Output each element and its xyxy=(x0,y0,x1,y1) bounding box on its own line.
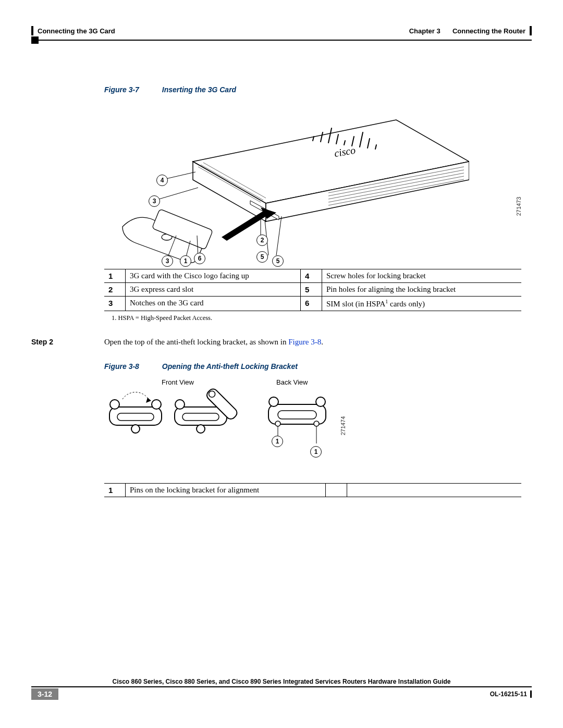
back-view-label: Back View xyxy=(276,378,308,386)
step-label: Step 2 xyxy=(31,338,104,347)
figure-caption: Figure 3-7 Inserting the 3G Card xyxy=(104,85,521,94)
svg-point-49 xyxy=(316,397,325,406)
footer-rule-icon xyxy=(530,690,532,698)
table-row: 3 Notches on the 3G card 6 SIM slot (in … xyxy=(104,297,521,311)
callout-6: 6 xyxy=(194,253,205,264)
figure-link[interactable]: Figure 3-8 xyxy=(288,338,321,346)
callout-4: 4 xyxy=(156,175,168,186)
svg-point-43 xyxy=(197,425,205,433)
svg-line-27 xyxy=(154,188,198,201)
doc-id: OL-16215-11 xyxy=(490,690,527,698)
svg-rect-41 xyxy=(182,413,219,421)
figure-title: Inserting the 3G Card xyxy=(162,85,236,94)
svg-point-51 xyxy=(314,421,319,426)
svg-point-50 xyxy=(275,421,280,426)
bracket-front-open-icon xyxy=(169,376,253,443)
header-rule-right xyxy=(530,26,532,35)
bracket-back-icon xyxy=(263,391,331,443)
figure-title: Opening the Anti-theft Locking Bracket xyxy=(162,362,298,371)
header-divider xyxy=(31,36,532,44)
callout-3b: 3 xyxy=(162,255,173,267)
svg-point-48 xyxy=(269,397,278,406)
page-footer: Cisco 860 Series, Cisco 880 Series, and … xyxy=(31,678,532,700)
figure-3-8-diagram: Front View Back View xyxy=(104,376,521,480)
callout-5b: 5 xyxy=(272,255,284,267)
figure-image-id: 271474 xyxy=(340,416,346,436)
footer-doc-title: Cisco 860 Series, Cisco 880 Series, and … xyxy=(31,678,532,686)
chapter-label: Chapter 3 xyxy=(409,27,440,35)
header-rule-left xyxy=(31,26,33,35)
callout-1: 1 xyxy=(180,255,191,267)
table-row: 2 3G express card slot 5 Pin holes for a… xyxy=(104,283,521,297)
table-row: 1 Pins on the locking bracket for alignm… xyxy=(104,484,521,497)
callout-2: 2 xyxy=(256,235,268,246)
callout-1b: 1 xyxy=(310,446,322,458)
chapter-title: Connecting the Router xyxy=(452,27,525,35)
svg-point-38 xyxy=(131,425,140,433)
svg-point-42 xyxy=(175,400,185,409)
figure-3-7-legend: 1 3G card with the Cisco logo facing up … xyxy=(104,269,521,311)
table-row: 1 3G card with the Cisco logo facing up … xyxy=(104,269,521,283)
svg-marker-39 xyxy=(146,398,151,403)
bracket-front-closed-icon xyxy=(104,391,167,438)
svg-point-37 xyxy=(152,400,161,409)
section-title: Connecting the 3G Card xyxy=(38,27,115,35)
callout-1a: 1 xyxy=(272,436,283,447)
figure-number: Figure 3-7 xyxy=(104,85,139,94)
figure-3-7-diagram: cisco xyxy=(104,99,521,266)
callout-5a: 5 xyxy=(256,251,268,263)
svg-point-36 xyxy=(110,400,119,409)
figure-image-id: 271473 xyxy=(516,197,522,216)
svg-rect-47 xyxy=(278,411,316,419)
callout-3a: 3 xyxy=(149,195,160,207)
header-square-icon xyxy=(31,36,39,44)
page-header: Connecting the 3G Card Chapter 3 Connect… xyxy=(31,26,532,35)
page-number: 3-12 xyxy=(31,688,58,700)
step-text: Open the top of the anti-theft locking b… xyxy=(104,338,521,347)
svg-line-33 xyxy=(276,216,282,255)
svg-rect-35 xyxy=(117,413,154,421)
footnote: 1. HSPA = High-Speed Packet Access. xyxy=(112,314,521,322)
figure-3-8-legend: 1 Pins on the locking bracket for alignm… xyxy=(104,483,521,497)
figure-caption: Figure 3-8 Opening the Anti-theft Lockin… xyxy=(104,362,521,371)
figure-number: Figure 3-8 xyxy=(104,362,139,371)
